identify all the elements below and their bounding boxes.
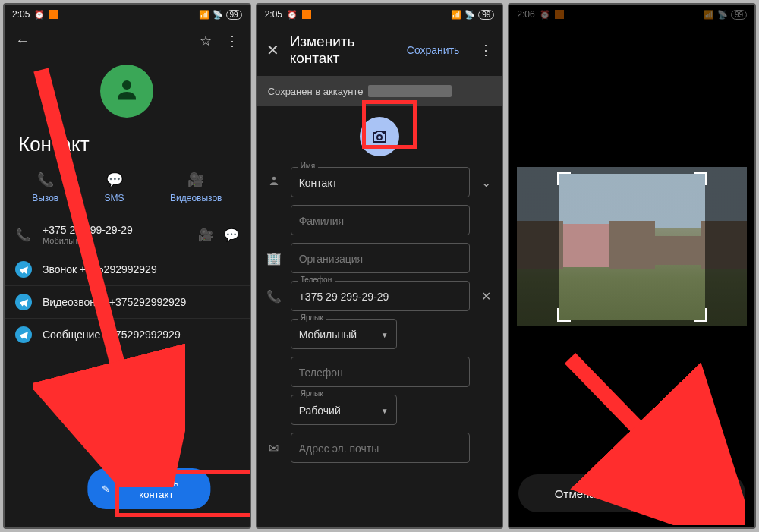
edit-header: ✕ Изменить контакт Сохранить ⋮ [257, 24, 502, 76]
page-title: Изменить контакт [290, 33, 396, 67]
phone-label-dropdown[interactable]: Ярлык Мобильный ▼ [291, 319, 397, 349]
crop-handle-tr[interactable] [694, 172, 707, 185]
crop-actions: Отмена ОК [518, 474, 745, 512]
status-bar: 2:05 99 [5, 5, 250, 24]
avatar[interactable] [100, 65, 153, 118]
phone2-field[interactable]: Телефон [291, 357, 471, 387]
svg-line-4 [570, 358, 699, 491]
wifi-icon [465, 9, 475, 20]
alarm-icon [34, 9, 45, 20]
alarm-icon [540, 9, 550, 20]
action-row: 📞 Вызов 💬 SMS 🎥 Видеовызов [5, 164, 250, 216]
status-bar: 2:05 99 [257, 5, 502, 24]
avatar-container [5, 57, 250, 133]
menu-icon[interactable]: ⋮ [225, 33, 239, 49]
signal-icon [704, 9, 714, 20]
crop-handle-tl[interactable] [557, 172, 571, 185]
dropdown-caret-icon: ▼ [381, 331, 389, 339]
signal-icon [199, 9, 209, 20]
call-action[interactable]: 📞 Вызов [32, 172, 58, 203]
ok-button[interactable]: ОК [632, 474, 745, 512]
account-bar: Сохранен в аккаунте [257, 76, 502, 106]
screen-contact-view: 2:05 99 ← ☆ ⋮ Контакт 📞 Вызов 💬 [3, 3, 251, 529]
sms-icon: 💬 [106, 172, 123, 188]
telegram-msg-row[interactable]: Сообщение +375292992929 [5, 319, 250, 351]
svg-point-2 [377, 135, 382, 140]
wifi-icon [213, 9, 223, 20]
svg-point-0 [122, 80, 131, 90]
video-call-icon[interactable]: 🎥 [198, 228, 213, 242]
phone-row[interactable]: 📞 +375 29 299-29-29 Мобильный 🎥 💬 [5, 216, 250, 253]
close-icon[interactable]: ✕ [266, 41, 279, 59]
notification-icon [302, 10, 311, 19]
screen-crop-photo: 2:06 99 Отмена ОК [508, 3, 756, 529]
person-icon [113, 76, 140, 106]
telegram-call-row[interactable]: Звонок +375292992929 [5, 253, 250, 286]
crop-frame[interactable] [559, 174, 705, 320]
contact-name: Контакт [5, 133, 250, 164]
crop-handle-bl[interactable] [557, 308, 571, 322]
signal-icon [451, 9, 461, 20]
phone2-label-dropdown[interactable]: Ярлык Рабочий ▼ [291, 395, 397, 425]
battery-icon: 99 [226, 10, 242, 20]
call-icon: 📞 [37, 172, 54, 188]
clock: 2:06 [517, 9, 534, 20]
notification-icon [555, 10, 564, 19]
person-icon [265, 174, 283, 190]
telegram-icon [15, 261, 32, 278]
battery-icon: 99 [478, 10, 494, 20]
wifi-icon [717, 9, 728, 20]
camera-icon [370, 127, 389, 146]
video-icon: 🎥 [187, 172, 204, 188]
contact-header: ← ☆ ⋮ [5, 24, 250, 57]
save-button[interactable]: Сохранить [407, 44, 460, 56]
cancel-button[interactable]: Отмена [518, 474, 632, 512]
clock: 2:05 [12, 9, 30, 20]
name-field[interactable]: Имя Контакт [291, 167, 471, 197]
dropdown-caret-icon: ▼ [381, 407, 389, 415]
notification-icon [49, 10, 58, 19]
telegram-icon [15, 326, 32, 343]
telegram-video-row[interactable]: Видеозвонок +375292992929 [5, 286, 250, 319]
edit-contact-button[interactable]: ✎ Изменить контакт [88, 468, 210, 509]
chevron-down-icon[interactable]: ⌄ [477, 175, 494, 190]
account-email-masked [368, 85, 452, 97]
screen-edit-contact: 2:05 99 ✕ Изменить контакт Сохранить ⋮ С… [256, 3, 504, 529]
message-icon[interactable]: 💬 [224, 228, 239, 242]
battery-icon: 99 [731, 10, 747, 20]
telegram-icon [15, 294, 32, 310]
email-icon: ✉ [265, 441, 283, 455]
crop-handle-br[interactable] [694, 308, 707, 322]
back-icon[interactable]: ← [15, 32, 30, 49]
phone-icon: 📞 [265, 289, 283, 304]
video-action[interactable]: 🎥 Видеовызов [170, 172, 222, 203]
clear-icon[interactable]: ✕ [477, 289, 494, 304]
alarm-icon [287, 9, 298, 20]
status-bar: 2:06 99 [509, 5, 754, 24]
star-icon[interactable]: ☆ [200, 33, 212, 49]
svg-point-3 [272, 177, 276, 181]
phone-icon: 📞 [15, 228, 32, 242]
menu-icon[interactable]: ⋮ [479, 42, 493, 58]
building-icon: 🏢 [265, 251, 283, 266]
edit-form: Имя Контакт ⌄ Фамилия 🏢 Организация 📞 Те… [257, 167, 502, 471]
clock: 2:05 [265, 9, 282, 20]
add-photo-button[interactable] [360, 117, 399, 156]
phone-field[interactable]: Телефон +375 29 299-29-29 [291, 281, 471, 311]
email-field[interactable]: Адрес эл. почты [291, 433, 471, 463]
crop-canvas[interactable]: Отмена ОК [509, 24, 754, 527]
organization-field[interactable]: Организация [291, 243, 471, 273]
surname-field[interactable]: Фамилия [291, 205, 471, 235]
pencil-icon: ✎ [102, 483, 110, 495]
sms-action[interactable]: 💬 SMS [105, 172, 124, 203]
